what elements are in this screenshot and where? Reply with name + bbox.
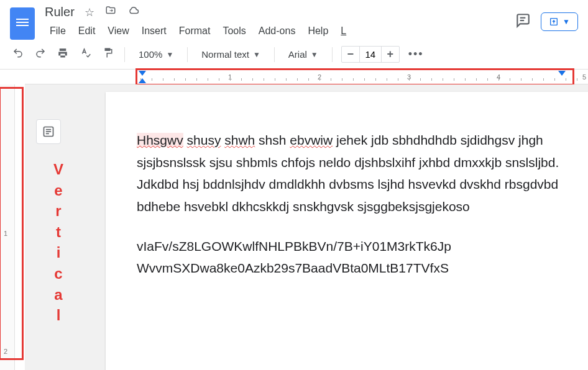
title-area: Ruler ☆ File Edit View Insert Format Too… xyxy=(45,5,505,39)
spellcheck-button[interactable] xyxy=(77,45,93,64)
share-button[interactable]: ▼ xyxy=(541,12,578,31)
first-line-indent-marker[interactable] xyxy=(139,71,146,76)
print-button[interactable] xyxy=(55,45,71,64)
menu-help[interactable]: Help xyxy=(303,23,333,39)
docs-logo[interactable] xyxy=(10,7,35,40)
right-indent-marker[interactable] xyxy=(558,71,566,76)
vertical-ruler[interactable]: 1 2 xyxy=(0,84,15,370)
menu-last[interactable]: L xyxy=(336,23,351,39)
style-dropdown[interactable]: Normal text ▼ xyxy=(196,47,265,62)
star-icon[interactable]: ☆ xyxy=(85,6,94,19)
document-page[interactable]: Hhsgwv shusy shwh shsh ebvwiw jehek jdb … xyxy=(106,92,588,370)
chevron-down-icon: ▼ xyxy=(166,50,173,59)
menu-edit[interactable]: Edit xyxy=(73,23,101,39)
chevron-down-icon: ▼ xyxy=(253,50,260,59)
font-size-decrease[interactable]: − xyxy=(342,47,359,62)
left-indent-marker[interactable] xyxy=(139,78,146,83)
menubar: File Edit View Insert Format Tools Add-o… xyxy=(45,23,505,39)
annotation-vertical-label: V e r t i c a l xyxy=(53,159,63,326)
cloud-status-icon[interactable] xyxy=(127,5,140,19)
header: Ruler ☆ File Edit View Insert Format Too… xyxy=(0,0,588,40)
menu-addons[interactable]: Add-ons xyxy=(254,23,301,39)
menu-tools[interactable]: Tools xyxy=(218,23,250,39)
paragraph-2[interactable]: vIaFv/sZ8LGOWKwlfNHLPBkBVn/7B+iY01M3rkTk… xyxy=(137,235,559,279)
menu-view[interactable]: View xyxy=(103,23,134,39)
menu-insert[interactable]: Insert xyxy=(137,23,172,39)
font-size-group: − 14 + xyxy=(341,46,400,63)
menu-file[interactable]: File xyxy=(45,23,71,39)
redo-button[interactable] xyxy=(32,45,48,64)
annotation-h-ruler-box xyxy=(136,68,574,86)
move-folder-icon[interactable] xyxy=(104,5,117,19)
zoom-dropdown[interactable]: 100% ▼ xyxy=(134,47,178,62)
chevron-down-icon: ▼ xyxy=(311,50,318,59)
toolbar: 100% ▼ Normal text ▼ Arial ▼ − 14 + ••• xyxy=(0,40,588,70)
more-tools-button[interactable]: ••• xyxy=(406,45,426,63)
font-size-value[interactable]: 14 xyxy=(359,47,382,62)
paint-format-button[interactable] xyxy=(99,45,116,64)
document-canvas: Horizontal ruler V e r t i c a l Hhsgwv … xyxy=(25,84,588,370)
horizontal-ruler[interactable]: 1 2 3 4 5 xyxy=(25,70,588,84)
font-dropdown[interactable]: Arial ▼ xyxy=(283,47,323,62)
chevron-down-icon: ▼ xyxy=(563,17,570,26)
workspace: 1 2 3 4 5 1 2 Horizontal ruler V e r t i… xyxy=(0,70,588,370)
comments-icon[interactable] xyxy=(515,12,531,31)
menu-format[interactable]: Format xyxy=(174,23,216,39)
document-outline-button[interactable] xyxy=(36,119,61,144)
doc-title[interactable]: Ruler xyxy=(45,5,75,19)
undo-button[interactable] xyxy=(10,45,26,64)
paragraph-1[interactable]: Hhsgwv shusy shwh shsh ebvwiw jehek jdb … xyxy=(137,129,559,218)
font-size-increase[interactable]: + xyxy=(382,47,399,62)
